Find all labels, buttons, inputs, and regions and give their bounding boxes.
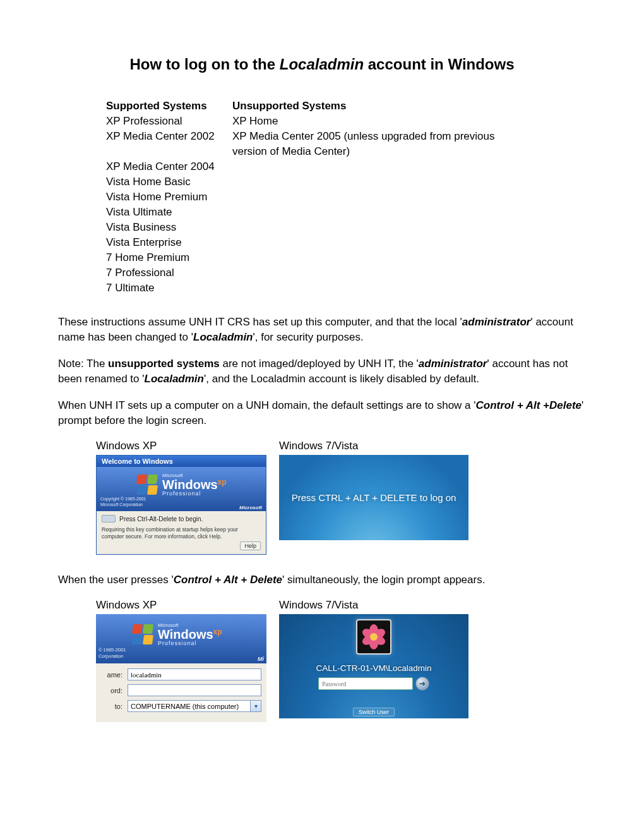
list-item: 7 Home Premium — [106, 250, 232, 265]
username-label: ame: — [101, 671, 122, 679]
username-input[interactable] — [128, 668, 261, 680]
copyright-text: © 1985-2001 Corporation — [98, 647, 126, 660]
w7-label: Windows 7/Vista — [279, 599, 468, 612]
paragraph: When the user presses 'Control + Alt + D… — [58, 572, 586, 588]
list-item — [106, 144, 232, 159]
list-item: XP Professional — [106, 114, 232, 129]
list-item: Vista Home Basic — [106, 174, 232, 190]
xp-banner: Microsoft Windowsxp Professional Copyrig… — [97, 467, 266, 511]
windows-flag-icon — [133, 624, 154, 646]
list-item: 7 Ultimate — [106, 281, 232, 296]
submit-arrow-icon[interactable]: ➔ — [415, 677, 429, 691]
list-item: Vista Home Premium — [106, 190, 232, 205]
w7-cad-column: Windows 7/Vista Press CTRL + ALT + DELET… — [279, 440, 468, 555]
microsoft-text: Mi — [258, 656, 264, 662]
xp-login-dialog: Microsoft Windowsxp Professional © 1985-… — [96, 614, 266, 722]
xp-label: Windows XP — [96, 599, 266, 612]
list-item: XP Media Center 2005 (unless upgraded fr… — [232, 129, 510, 159]
title-pre: How to log on to the — [129, 56, 279, 73]
xp-login-column: Windows XP Microsoft Windowsxp Professio… — [96, 599, 266, 722]
supported-heading: Supported Systems — [106, 99, 232, 114]
list-item: 7 Professional — [106, 265, 232, 281]
list-item: XP Home — [232, 114, 510, 129]
w7-login-screen: CALL-CTR-01-VM\Localadmin ➔ Switch User — [279, 614, 468, 718]
xp-cad-column: Windows XP Welcome to Windows Microsoft … — [96, 440, 266, 555]
systems-table: Supported Systems XP Professional XP Med… — [106, 99, 586, 296]
unsupported-column: Unsupported Systems XP Home XP Media Cen… — [232, 99, 510, 296]
username-display: CALL-CTR-01-VM\Localadmin — [316, 663, 431, 673]
paragraph: These instructions assume UNH IT CRS has… — [58, 315, 586, 345]
unsupported-heading: Unsupported Systems — [232, 99, 510, 114]
screenshot-row-login: Windows XP Microsoft Windowsxp Professio… — [96, 599, 586, 722]
domain-select[interactable]: COMPUTERNAME (this computer) — [128, 700, 250, 712]
xp-welcome-body: Press Ctrl-Alt-Delete to begin. Requirin… — [97, 511, 266, 554]
list-item: Vista Enterprise — [106, 235, 232, 250]
windows-xp-logo: Microsoft Windowsxp Professional — [137, 473, 227, 497]
page-title: How to log on to the Localadmin account … — [58, 56, 586, 73]
cad-instruction: Press Ctrl-Alt-Delete to begin. — [119, 516, 203, 523]
list-item: Vista Ultimate — [106, 205, 232, 220]
windows-flag-icon — [137, 474, 158, 496]
logon-to-label: to: — [101, 703, 122, 710]
title-post: account in Windows — [364, 56, 514, 73]
w7-cad-screen: Press CTRL + ALT + DELETE to log on — [279, 455, 468, 540]
paragraph: Note: The unsupported systems are not im… — [58, 356, 586, 387]
password-input[interactable] — [318, 677, 413, 690]
windows-xp-logo: Microsoft Windowsxp Professional — [133, 623, 222, 646]
cad-instruction: Press CTRL + ALT + DELETE to log on — [292, 492, 456, 503]
w7-login-column: Windows 7/Vista CALL-CTR-01-VM\Localadmi… — [279, 599, 468, 722]
screenshot-row-cad: Windows XP Welcome to Windows Microsoft … — [96, 440, 586, 555]
help-button[interactable]: Help — [240, 541, 261, 550]
password-label: ord: — [101, 687, 122, 694]
flower-icon — [361, 624, 386, 650]
xp-titlebar: Welcome to Windows — [97, 456, 266, 467]
security-note: Requiring this key combination at startu… — [102, 526, 261, 540]
list-item: XP Media Center 2004 — [106, 159, 232, 174]
xp-welcome-dialog: Welcome to Windows Microsoft Windowsxp P… — [96, 455, 266, 555]
user-avatar-tile — [356, 619, 391, 655]
w7-label: Windows 7/Vista — [279, 440, 468, 452]
microsoft-text: Microsoft — [239, 505, 262, 511]
xp-login-form: ame: ord: to: COMPUTERNAME (this compute… — [96, 663, 266, 722]
switch-user-button[interactable]: Switch User — [353, 708, 395, 716]
title-em: Localadmin — [280, 56, 364, 73]
xp-banner: Microsoft Windowsxp Professional © 1985-… — [96, 614, 266, 663]
list-item: XP Media Center 2002 — [106, 129, 232, 144]
copyright-text: Copyright © 1985-2001 Microsoft Corporat… — [100, 496, 146, 507]
keyboard-icon — [102, 515, 116, 523]
list-item: Vista Business — [106, 220, 232, 235]
chevron-down-icon[interactable]: ▾ — [250, 700, 261, 712]
supported-column: Supported Systems XP Professional XP Med… — [106, 99, 232, 296]
paragraph: When UNH IT sets up a computer on a UNH … — [58, 398, 586, 428]
password-input[interactable] — [128, 684, 261, 696]
xp-label: Windows XP — [96, 440, 266, 452]
